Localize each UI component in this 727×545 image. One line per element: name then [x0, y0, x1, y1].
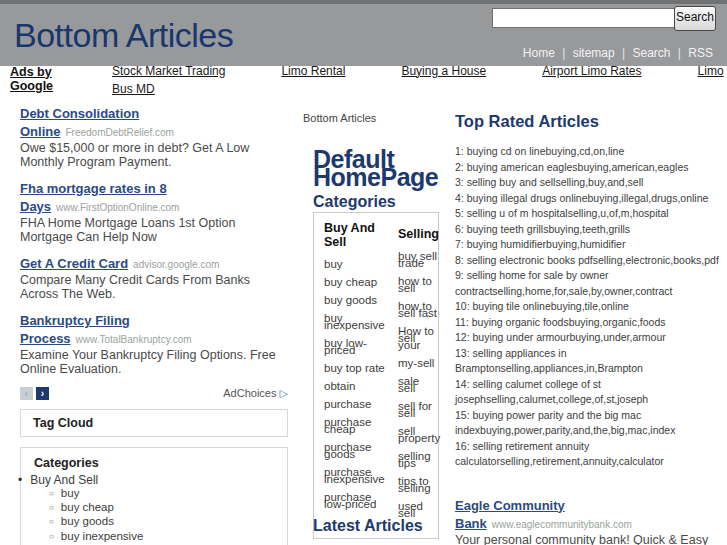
ad-carousel-controls: ‹ › AdChoices ▷ [20, 386, 288, 400]
carousel-next-button[interactable]: › [36, 387, 49, 400]
circle-bullet-icon: ○ [49, 503, 54, 512]
adbar-link[interactable]: Limo Rental [281, 64, 345, 78]
top-rated-item[interactable]: 7: buying humidifierbuying,humidifier [455, 237, 727, 253]
top-rated-item[interactable]: 9: selling home for sale by owner contra… [455, 268, 727, 299]
ad-block: Get A Credit Cardadvisor.google.comCompa… [20, 254, 288, 301]
categories-box-title: Categories [34, 456, 287, 470]
right-ad-block: Eagle Community Bankwww.eaglecommunityba… [455, 496, 727, 545]
top-rated-item[interactable]: 4: buying illegal drugs onlinebuying,ill… [455, 191, 727, 207]
nav-separator: | [671, 46, 689, 60]
sidebar-ads: Debt Consolidation OnlineFreedomDebtReli… [20, 104, 288, 376]
nav-link-rss[interactable]: RSS [688, 46, 713, 60]
table-cell-link[interactable]: buy [324, 261, 394, 268]
table-cell-link[interactable]: buy low-priced [324, 340, 394, 354]
ad-title-link[interactable]: Get A Credit Card [20, 256, 128, 271]
top-rated-item[interactable]: 16: selling retirement annuity calculato… [455, 439, 727, 470]
table-cell-link[interactable]: purchase low-priced [324, 494, 394, 508]
category-item[interactable]: ○buy inexpensive [49, 530, 287, 544]
top-rated-item[interactable]: 12: buying under armourbuying,under,armo… [455, 330, 727, 346]
google-ads-bar: Ads by Google Stock Market TradingLimo R… [0, 66, 727, 91]
table-cell-link[interactable]: sell for sell [398, 403, 438, 417]
disc-bullet-icon: • [18, 473, 22, 487]
ads-by-google-label[interactable]: Ads by Google [10, 65, 86, 93]
table-header-buy-and-sell: Buy And Sell [324, 221, 394, 249]
category-group[interactable]: •Buy And Sell [18, 473, 287, 487]
nav-separator: | [615, 46, 633, 60]
search-input[interactable] [492, 8, 678, 28]
table-cell-link[interactable]: selling tips [398, 453, 438, 467]
ad-block: Bankruptcy Filing Processwww.TotalBankru… [20, 311, 288, 376]
ad-body: Your personal community bank! Quick & Ea… [455, 534, 727, 545]
adbar-link[interactable]: Airport Limo Rates [542, 64, 641, 78]
table-cell-link[interactable]: purchase inexpensive [324, 469, 394, 483]
nav-link-sitemap[interactable]: sitemap [573, 46, 615, 60]
table-cell-link[interactable]: purchase cheap [324, 419, 394, 433]
ad-url: advisor.google.com [133, 259, 219, 270]
adbar-link[interactable]: Stock Market Trading [112, 64, 225, 78]
table-cell-link[interactable]: buy top rate [324, 365, 394, 372]
category-item-label: buy inexpensive [61, 530, 143, 542]
table-cell-link[interactable]: how to sell fast [398, 303, 438, 317]
nav-link-search[interactable]: Search [632, 46, 670, 60]
table-cell-link[interactable]: how to sell [398, 278, 438, 292]
page: Bottom Articles Search Home | sitemap | … [0, 0, 727, 545]
category-group-label: Buy And Sell [30, 473, 98, 487]
category-item-label: buy [61, 487, 80, 499]
table-cell-link[interactable]: my-sell [398, 360, 438, 367]
top-rated-item[interactable]: 11: buying organic foodsbuying,organic,f… [455, 315, 727, 331]
site-title: Bottom Articles [14, 16, 233, 55]
table-header-selling: Selling [398, 227, 438, 241]
table-cell-link[interactable]: buy cheap [324, 279, 394, 286]
categories-box: Categories •Buy And Sell ○buy○buy cheap○… [20, 447, 288, 545]
ad-block: Fha mortgage rates in 8 Dayswww.FirstOpt… [20, 179, 288, 244]
breadcrumb: Bottom Articles [303, 112, 376, 124]
circle-bullet-icon: ○ [49, 489, 54, 498]
latest-articles-heading: Latest Articles [313, 517, 423, 535]
top-rated-list: 1: buying cd on linebuying,cd,on,line2: … [455, 144, 727, 470]
top-rated-item[interactable]: 2: buying american eaglesbuying,american… [455, 160, 727, 176]
site-header: Bottom Articles Search Home | sitemap | … [0, 0, 727, 66]
top-rated-item[interactable]: 6: buying teeth grillsbuying,teeth,grill… [455, 222, 727, 238]
table-cell-link[interactable]: purchase [324, 401, 394, 408]
categories-heading: Categories [313, 193, 396, 211]
search-button[interactable]: Search [674, 6, 716, 31]
table-cell-link[interactable]: buy sell trade [398, 253, 438, 267]
tag-cloud-title: Tag Cloud [33, 416, 275, 430]
table-cell-link[interactable]: buy goods [324, 297, 394, 304]
nav-link-home[interactable]: Home [523, 46, 555, 60]
table-cell-link[interactable]: sell property [398, 428, 438, 442]
table-col-buy-and-sell: Buy And Sell buybuy cheapbuy goodsbuy in… [314, 213, 394, 538]
ad-body: FHA Home Mortgage Loans 1st Option Mortg… [20, 217, 288, 244]
table-cell-link[interactable]: obtain [324, 383, 394, 390]
table-cell-link[interactable]: sale sell [398, 378, 438, 392]
adchoices-link[interactable]: AdChoices ▷ [223, 387, 288, 400]
category-item-label: buy goods [61, 515, 114, 527]
table-cell-link[interactable]: How to sell your [398, 328, 438, 349]
header-nav: Home | sitemap | Search | RSS [523, 46, 713, 60]
category-item[interactable]: ○buy goods [49, 515, 287, 529]
top-rated-item[interactable]: 5: selling u of m hospitalselling,u,of,m… [455, 206, 727, 222]
ad-block: Debt Consolidation OnlineFreedomDebtReli… [20, 104, 288, 169]
top-rated-item[interactable]: 14: selling calumet college of st joseph… [455, 377, 727, 408]
top-rated-item[interactable]: 1: buying cd on linebuying,cd,on,line [455, 144, 727, 160]
top-rated-heading: Top Rated Articles [455, 112, 727, 131]
table-cell-link[interactable]: buy inexpensive [324, 315, 394, 329]
top-rated-item[interactable]: 15: buying power parity and the big mac … [455, 408, 727, 439]
adbar-link[interactable]: Buying a House [401, 64, 486, 78]
ad-body: Owe $15,000 or more in debt? Get A Low M… [20, 142, 288, 169]
top-rated-item[interactable]: 8: selling electronic books pdfselling,e… [455, 253, 727, 269]
circle-bullet-icon: ○ [49, 517, 54, 526]
top-rated-item[interactable]: 10: buying tile onlinebuying,tile,online [455, 299, 727, 315]
table-cell-link[interactable]: purchase goods [324, 444, 394, 458]
table-col2-cells: buy sell tradehow to sellhow to sell fas… [398, 253, 438, 517]
carousel-prev-button[interactable]: ‹ [20, 387, 33, 400]
category-item[interactable]: ○buy cheap [49, 501, 287, 515]
table-cell-link[interactable]: used sell [398, 503, 438, 517]
category-items: ○buy○buy cheap○buy goods○buy inexpensive… [21, 487, 287, 545]
ad-body: Examine Your Bankruptcy Filing Options. … [20, 349, 288, 376]
ad-body: Compare Many Credit Cards From Banks Acr… [20, 274, 288, 301]
top-rated-item[interactable]: 3: selling buy and sellselling,buy,and,s… [455, 175, 727, 191]
table-cell-link[interactable]: tips to selling [398, 478, 438, 492]
top-rated-item[interactable]: 13: selling appliances in Bramptonsellin… [455, 346, 727, 377]
category-item[interactable]: ○buy [49, 487, 287, 501]
